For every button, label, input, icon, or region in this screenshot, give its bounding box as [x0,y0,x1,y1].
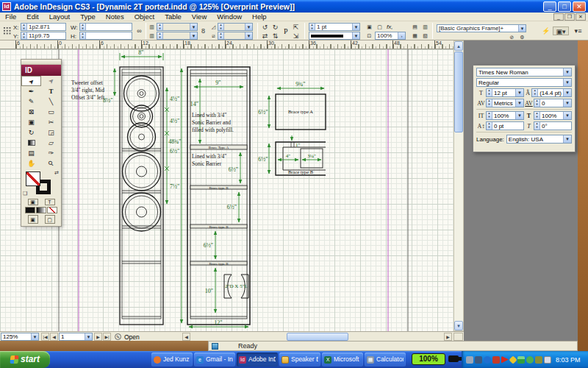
stroke-type-field[interactable]: ▼ [309,32,360,40]
select-content-icon[interactable]: ⇲ [291,32,301,40]
direct-selection-tool[interactable]: ➤ [41,76,61,86]
object-style-field[interactable]: [Basic Graphics Frame]+▼ [437,24,526,32]
feather-icon[interactable]: ▢ [375,23,384,32]
scroll-up-button[interactable]: ▲ [454,41,463,51]
doc-close-button[interactable]: ✕ [576,13,586,21]
menu-notes[interactable]: Notes [101,13,129,21]
menu-type[interactable]: Type [75,13,101,21]
constrain-scale-icon[interactable]: 8 [198,26,208,35]
rotate-cw-icon[interactable]: ↻ [270,23,280,32]
taskbar-button-folder[interactable]: Speaker Buildin... [279,353,320,367]
scroll-down-button[interactable]: ▼ [454,321,463,330]
formatting-container-button[interactable]: ▣ [28,199,38,205]
x-field[interactable]: ▲▼1p2.871 [21,23,66,31]
tray-icon[interactable] [475,356,482,364]
zoom-tool[interactable]: ⚲ [41,158,61,169]
taskbar-button-indesign[interactable]: Id Adobe InDesign... [237,353,278,367]
scale-tool[interactable]: ◲ [41,127,61,138]
tracking-field[interactable]: ▲▼0▼ [534,99,572,107]
pen-tool[interactable]: ✒ [21,86,41,96]
scale-y-field[interactable]: ▲▼▼ [157,32,198,40]
formatting-text-button[interactable]: T [45,199,55,205]
kerning-field[interactable]: ▲▼Metrics▼ [486,99,524,107]
tools-palette[interactable]: ID ➤ ➤ ✒ T ✎ ╲ ⊠ ▭ ▣ ✂ ↻ ◲ ▱ ▤ ✑ ✋ ⚲ ⇄ ❏ [21,59,62,227]
tray-icon[interactable] [466,356,473,364]
battery-indicator[interactable]: 100% [412,353,445,365]
wrap-none-icon[interactable]: ▤ [410,23,420,32]
page-canvas[interactable]: Tweeter offset 3/4" right, Mid Offset 3/… [0,49,453,331]
stroke-weight-field[interactable]: ▲▼1 pt▼ [309,23,360,31]
eyedropper-tool[interactable]: ✑ [41,148,61,158]
tray-icon[interactable] [501,356,509,364]
taskbar-button-excel[interactable]: X Microsoft Excel ... [322,353,363,367]
last-page-button[interactable]: ▶| [103,333,111,341]
tray-icon[interactable] [484,356,491,364]
swap-fill-stroke-icon[interactable]: ⇄ [54,170,59,176]
reference-point-icon[interactable] [3,26,11,35]
font-style-select[interactable]: Regular▼ [476,78,572,87]
doc-minimize-button[interactable]: _ [553,13,564,21]
tray-icon[interactable] [492,356,500,364]
first-page-button[interactable]: |◀ [41,333,49,341]
shear-angle-field[interactable]: ▲▼▼ [218,32,253,40]
horizontal-scroll-thumb[interactable] [287,333,348,341]
constrain-dimensions-icon[interactable]: ∞ [135,26,144,35]
tray-icon[interactable] [526,356,534,364]
close-button[interactable]: ✕ [573,1,586,12]
zoom-level-field[interactable]: 125%▼ [1,333,39,341]
next-page-button[interactable]: ▶ [94,333,102,341]
vertical-scrollbar[interactable]: ▲ ▼ [453,40,464,331]
fill-swatch[interactable] [26,171,40,186]
start-button[interactable]: start [0,351,50,368]
menu-help[interactable]: Help [247,13,272,21]
default-fill-stroke-icon[interactable]: ❏ [23,191,27,197]
horizontal-scale-field[interactable]: ▲▼100%▼ [534,111,572,120]
apply-none-button[interactable] [47,207,57,213]
scissors-tool[interactable]: ✂ [41,117,61,127]
panel-menu-icon[interactable]: ▾≡ [573,26,583,35]
type-tool[interactable]: T [41,86,61,96]
flip-horizontal-icon[interactable]: ⇄ [260,32,270,40]
menu-edit[interactable]: Edit [21,13,43,21]
doc-restore-button[interactable]: ❐ [564,13,575,21]
maximize-button[interactable]: □ [558,1,571,12]
tray-icon[interactable] [544,356,551,364]
minimize-button[interactable]: _ [543,1,556,12]
tray-icon[interactable] [535,356,542,364]
select-container-icon[interactable]: ⇱ [291,23,301,32]
scroll-left-button[interactable]: ◀ [182,333,190,341]
skew-field[interactable]: ▲▼0° [534,121,572,130]
effects-icon[interactable]: fx, [387,24,392,30]
rotate-tool[interactable]: ↻ [21,127,41,138]
wrap-bounding-icon[interactable]: ▥ [420,23,430,32]
flip-vertical-icon[interactable]: ⇅ [270,32,280,40]
page-number-field[interactable]: 1▼ [59,333,93,341]
rectangle-tool[interactable]: ▭ [41,107,61,117]
tray-icon[interactable] [509,355,517,364]
normal-view-button[interactable]: ▣ [28,215,38,224]
free-transform-tool[interactable]: ▱ [41,138,61,148]
vertical-scroll-thumb[interactable] [454,52,463,132]
taskbar-button-mail[interactable]: Jed Kunz - Inbo... [151,353,193,367]
position-tool[interactable]: ▣ [21,117,41,127]
font-family-select[interactable]: Times New Roman▼ [476,68,572,77]
frame-tool[interactable]: ⊠ [21,107,41,117]
tray-icon[interactable] [517,356,525,364]
bridge-icon[interactable]: ▣▾ [553,26,569,35]
menu-file[interactable]: File [0,13,21,21]
scroll-right-button[interactable]: ▶ [444,333,452,341]
palette-grip[interactable] [21,60,61,65]
gradient-tool[interactable] [21,138,41,148]
lightning-icon[interactable]: ⚡ [541,26,551,35]
taskbar-button-calculator[interactable]: ▦ Calculator [365,353,406,367]
wrap-jump-icon[interactable]: ▧ [420,32,430,40]
menu-layout[interactable]: Layout [44,13,76,21]
language-select[interactable]: English: USA▼ [506,135,572,144]
opacity-field[interactable]: 100%› [375,32,406,40]
preview-view-button[interactable]: ▢ [45,215,55,224]
pencil-tool[interactable]: ✎ [21,96,41,107]
note-tool[interactable]: ▤ [21,148,41,158]
w-field[interactable]: ▲▼ [79,23,132,31]
h-field[interactable]: ▲▼ [79,32,132,40]
previous-page-button[interactable]: ◀ [50,333,58,341]
